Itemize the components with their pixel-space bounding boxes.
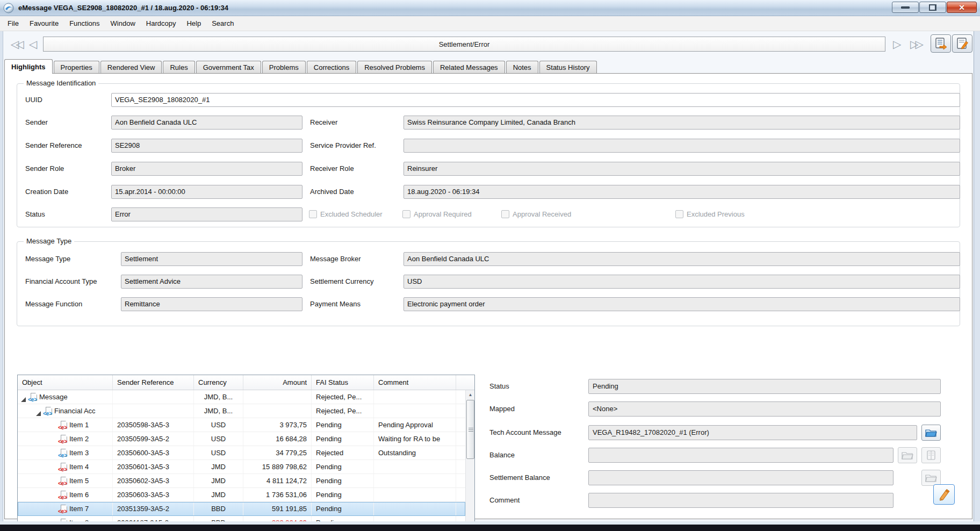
table-row-item-4[interactable]: <e>Item 420350601-3A5-3JMD15 889 798,62P…	[18, 460, 465, 474]
detail-comment-field[interactable]	[588, 493, 893, 508]
edit-comment-button[interactable]	[933, 484, 955, 505]
open-tech-account-button[interactable]	[921, 425, 941, 441]
column-header-amount[interactable]: Amount	[243, 375, 312, 390]
restore-icon	[929, 4, 936, 11]
cell-sender-reference: 20351359-3A5-2	[113, 502, 194, 515]
menu-item-help[interactable]: Help	[181, 17, 206, 30]
edit-view-button[interactable]	[952, 34, 972, 53]
checkbox-excluded-scheduler[interactable]: Excluded Scheduler	[309, 210, 383, 218]
cell-currency: JMD	[194, 474, 243, 487]
checkbox-box[interactable]	[309, 210, 317, 218]
cell-fai-status: Pending	[312, 488, 374, 501]
menu-item-search[interactable]: Search	[206, 17, 239, 30]
table-row-financial-acc[interactable]: <e>Financial AccJMD, B...Rejected, Pe...	[18, 404, 465, 418]
checkbox-approval-received[interactable]: Approval Received	[501, 210, 571, 218]
receiver-field[interactable]: Swiss Reinsurance Company Limited, Canad…	[403, 116, 960, 130]
archived-date-field[interactable]: 18.aug.2020 - 06:19:34	[403, 185, 960, 199]
message-broker-field[interactable]: Aon Benfield Canada ULC	[403, 252, 960, 266]
tab-rules[interactable]: Rules	[163, 61, 194, 74]
window-title: eMessage VEGA_SE2908_18082020_#1 / 18.au…	[18, 4, 228, 12]
checkbox-box[interactable]	[501, 210, 509, 218]
vertical-scroll-thumb[interactable]	[466, 400, 474, 459]
nav-back-button[interactable]: ◁	[29, 38, 34, 51]
column-header-comment[interactable]: Comment	[374, 375, 456, 390]
table-row-item-7[interactable]: <e>Item 720351359-3A5-2BBD591 191,85Pend…	[18, 502, 465, 516]
mapped-field[interactable]: <None>	[588, 401, 941, 417]
nav-forward-button[interactable]: ▷	[893, 38, 898, 51]
status-field[interactable]: Error	[111, 207, 302, 221]
tab-highlights[interactable]: Highlights	[4, 59, 53, 74]
group-legend: Message Type	[24, 237, 74, 245]
table-row-item-3[interactable]: <e>Item 320350600-3A5-3USD34 779,25Rejec…	[18, 446, 465, 460]
cell-comment	[374, 474, 456, 487]
minimize-button[interactable]	[892, 2, 919, 13]
tab-resolved-problems[interactable]: Resolved Problems	[357, 61, 432, 74]
close-button[interactable]: ✕	[947, 2, 977, 13]
tab-related-messages[interactable]: Related Messages	[433, 61, 505, 74]
tech-account-message-field[interactable]: VEGA_R19482_17082020_#1 (Error)	[588, 425, 917, 440]
table-row-item-1[interactable]: <e>Item 120350598-3A5-3USD3 973,75Pendin…	[18, 418, 465, 432]
column-header-fai-status[interactable]: FAI Status	[312, 375, 374, 390]
settlement-currency-field[interactable]: USD	[403, 275, 960, 289]
tree-expand-icon[interactable]	[21, 397, 26, 402]
client-area: ◁◁ ◁ Settlement/Error ▷ ▷▷	[3, 31, 974, 521]
cell-comment	[374, 404, 456, 418]
tree-expand-icon[interactable]	[36, 411, 41, 416]
table-body: <e>MessageJMD, B...Rejected, Pe...<e>Fin…	[18, 390, 465, 531]
sender-role-field[interactable]: Broker	[111, 162, 302, 176]
uuid-label: UUID	[25, 93, 42, 107]
open-balance-button[interactable]	[898, 447, 917, 463]
menu-item-favourite[interactable]: Favourite	[24, 17, 64, 30]
table-row-item-2[interactable]: <e>Item 220350599-3A5-2USD16 684,28Pendi…	[18, 432, 465, 446]
balance-field[interactable]	[588, 448, 893, 463]
financial-account-type-field[interactable]: Settlement Advice	[121, 275, 302, 289]
tab-corrections[interactable]: Corrections	[307, 61, 356, 74]
tab-problems[interactable]: Problems	[262, 61, 306, 74]
detail-status-field[interactable]: Pending	[588, 379, 941, 394]
menu-item-functions[interactable]: Functions	[64, 17, 105, 30]
checkbox-approval-required[interactable]: Approval Required	[402, 210, 472, 218]
table-row-item-6[interactable]: <e>Item 620350603-3A5-3JMD1 736 531,06Pe…	[18, 488, 465, 502]
tech-account-message-label: Tech Account Message	[489, 425, 561, 440]
open-settlement-balance-button[interactable]	[921, 470, 941, 486]
payment-means-field[interactable]: Electronic payment order	[403, 297, 960, 311]
cell-fai-status: Pending	[312, 502, 374, 515]
table-row-message[interactable]: <e>MessageJMD, B...Rejected, Pe...	[18, 390, 465, 404]
menu-item-file[interactable]: File	[2, 17, 24, 30]
creation-date-field[interactable]: 15.apr.2014 - 00:00:00	[111, 185, 302, 199]
sender-reference-field[interactable]: SE2908	[111, 139, 302, 153]
column-header-object[interactable]: Object	[18, 375, 113, 390]
tab-government-tax[interactable]: Government Tax	[196, 61, 261, 74]
checkbox-excluded-previous[interactable]: Excluded Previous	[675, 210, 745, 218]
tree-node-label: Item 3	[69, 446, 89, 460]
settlement-balance-field[interactable]	[588, 470, 893, 485]
receiver-role-field[interactable]: Reinsurer	[403, 162, 960, 176]
cell-fai-status: Pending	[312, 460, 374, 473]
sender-field[interactable]: Aon Benfield Canada ULC	[111, 116, 302, 130]
message-type-field[interactable]: Settlement	[121, 252, 302, 266]
tab-rendered-view[interactable]: Rendered View	[100, 61, 162, 74]
vertical-scrollbar[interactable]: ▲ ▼	[465, 390, 474, 531]
column-header-currency[interactable]: Currency	[194, 375, 243, 390]
hardcopy-list-button[interactable]	[931, 34, 951, 53]
menu-item-hardcopy[interactable]: Hardcopy	[141, 17, 182, 30]
message-function-field[interactable]: Remittance	[121, 297, 302, 311]
tab-status-history[interactable]: Status History	[539, 61, 597, 74]
checkbox-box[interactable]	[675, 210, 683, 218]
checkbox-label: Excluded Previous	[687, 210, 745, 218]
nav-first-button[interactable]: ◁◁	[11, 38, 21, 51]
column-header-sender-reference[interactable]: Sender Reference	[113, 375, 194, 390]
tab-notes[interactable]: Notes	[506, 61, 538, 74]
service-provider-ref-field[interactable]	[403, 139, 960, 153]
tab-properties[interactable]: Properties	[54, 61, 99, 74]
checkbox-label: Approval Required	[414, 210, 472, 218]
menu-bar: FileFavouriteFunctionsWindowHardcopyHelp…	[0, 16, 980, 31]
table-row-item-5[interactable]: <e>Item 520350602-3A5-3JMD4 811 124,72Pe…	[18, 474, 465, 488]
nav-last-button[interactable]: ▷▷	[910, 38, 920, 51]
menu-item-window[interactable]: Window	[105, 17, 141, 30]
restore-button[interactable]	[919, 2, 946, 13]
balance-report-button[interactable]	[921, 447, 941, 463]
checkbox-box[interactable]	[402, 210, 410, 218]
scroll-up-button[interactable]: ▲	[466, 390, 475, 399]
uuid-field[interactable]: VEGA_SE2908_18082020_#1	[111, 93, 960, 107]
